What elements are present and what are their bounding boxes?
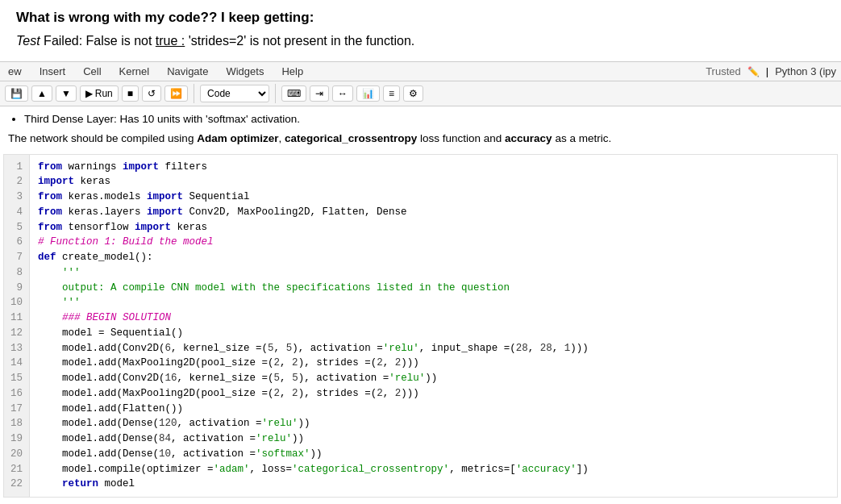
menu-right: Trusted ✏️ | Python 3 (ipy: [706, 65, 836, 77]
run-label: Run: [95, 88, 113, 99]
code-cell: 12345 678910 1112131415 1617181920 2122 …: [4, 155, 837, 498]
subtitle-end: 'strides=2' is not present in the functi…: [185, 34, 414, 48]
bar-chart-button[interactable]: 📊: [356, 85, 380, 102]
subtitle-underline: true :: [156, 34, 185, 48]
menu-item-insert[interactable]: Insert: [36, 64, 69, 79]
kernel-info: Python 3 (ipy: [775, 65, 836, 77]
fast-forward-button[interactable]: ⏩: [164, 85, 188, 102]
pencil-icon: ✏️: [747, 66, 760, 77]
question-title: What is wrong with my code?? I keep gett…: [16, 10, 825, 26]
list-button[interactable]: ≡: [383, 85, 400, 102]
menu-item-kernel[interactable]: Kernel: [116, 64, 153, 79]
metric-post: as a metric.: [552, 132, 612, 144]
menu-items: ew Insert Cell Kernel Navigate Widgets H…: [5, 64, 306, 79]
toolbar-separator-2: [275, 84, 276, 103]
run-icon: ▶: [85, 88, 93, 99]
keyboard-button[interactable]: ⌨: [281, 85, 306, 102]
kernel-separator: |: [766, 65, 768, 77]
metric-text: accuracy: [505, 132, 552, 144]
move-down-button[interactable]: ▼: [56, 85, 77, 102]
optimizer-text: Adam optimizer: [197, 132, 278, 144]
description-list: Third Dense Layer: Has 10 units with 'so…: [8, 111, 833, 127]
stop-button[interactable]: ■: [122, 85, 139, 102]
menu-item-navigate[interactable]: Navigate: [164, 64, 211, 79]
toggle-button[interactable]: ⇥: [310, 85, 329, 102]
restart-button[interactable]: ↺: [142, 85, 161, 102]
move-up-button[interactable]: ▲: [31, 85, 52, 102]
notebook-toolbar: 💾 ▲ ▼ ▶ Run ■ ↺ ⏩ Code Markdown Raw ⌨ ⇥ …: [0, 81, 841, 106]
description-bullet: Third Dense Layer: Has 10 units with 'so…: [24, 111, 833, 127]
description-area: Third Dense Layer: Has 10 units with 'so…: [0, 106, 841, 152]
menu-item-help[interactable]: Help: [278, 64, 306, 79]
code-container: 12345 678910 1112131415 1617181920 2122 …: [3, 154, 838, 498]
network-text-pre: The network should be compiled using: [8, 132, 197, 144]
subtitle-italic: Test: [16, 34, 40, 48]
toolbar-separator: [194, 84, 194, 103]
save-button[interactable]: 💾: [5, 85, 28, 102]
settings-button[interactable]: ⚙: [403, 85, 423, 102]
menu-item-widgets[interactable]: Widgets: [223, 64, 267, 79]
loss-sep: ,: [278, 132, 285, 144]
menu-item-cell[interactable]: Cell: [80, 64, 104, 79]
menu-item-ew[interactable]: ew: [5, 64, 25, 79]
loss-post: loss function and: [417, 132, 505, 144]
description-text: The network should be compiled using Ada…: [8, 131, 833, 147]
question-area: What is wrong with my code?? I keep gett…: [0, 0, 841, 61]
code-content[interactable]: from warnings import filters import kera…: [30, 155, 837, 498]
arrow-button[interactable]: ↔: [332, 85, 353, 102]
cell-type-select[interactable]: Code Markdown Raw: [200, 85, 269, 102]
notebook-menu-bar: ew Insert Cell Kernel Navigate Widgets H…: [0, 61, 841, 81]
run-button[interactable]: ▶ Run: [80, 85, 119, 102]
subtitle-rest: Failed: False is not: [40, 34, 156, 48]
question-subtitle: Test Failed: False is not true : 'stride…: [16, 34, 825, 48]
trusted-badge: Trusted: [706, 65, 741, 77]
line-numbers: 12345 678910 1112131415 1617181920 2122: [4, 155, 30, 498]
loss-text: categorical_crossentropy: [285, 132, 417, 144]
